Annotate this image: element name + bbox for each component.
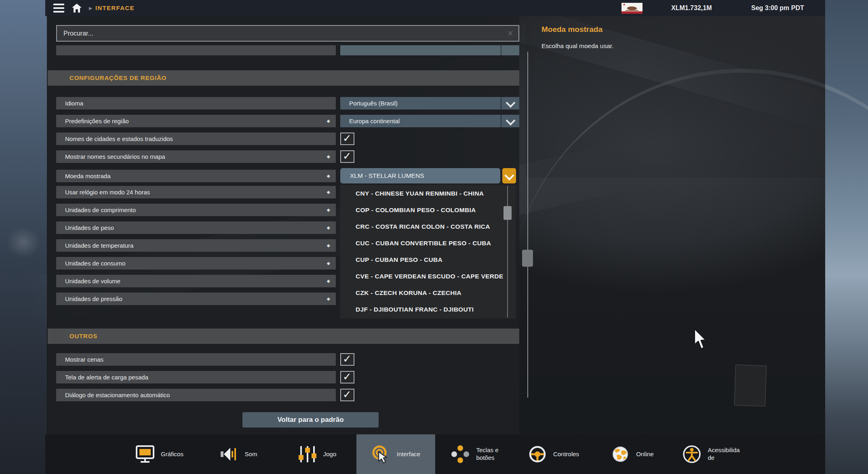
buttons-dpad-icon — [451, 445, 470, 464]
tab-label: Teclas e botões — [476, 447, 498, 462]
monitor-icon — [135, 445, 155, 464]
flag-stripe — [622, 11, 643, 14]
currency-dropdown-chevron-button[interactable] — [502, 168, 516, 183]
dropdown-value: Português (Brasil) — [349, 97, 398, 110]
setting-row-moeda-mostrada: Moeda mostrada ◆ XLM - STELLAR LUMENS — [56, 168, 519, 183]
secondary-names-checkbox[interactable]: ✓ — [340, 150, 354, 163]
tab-teclas-botoes[interactable]: Teclas e botões — [435, 434, 514, 474]
currency-option[interactable]: CUC - CUBAN CONVERTIBLE PESO - CUBA — [340, 235, 516, 251]
setting-label-bar: Usar relógio em modo 24 horas ◆ — [56, 186, 336, 198]
dropdown-scrollbar-thumb[interactable] — [504, 206, 512, 220]
modified-marker-icon: ◆ — [327, 186, 330, 198]
setting-row-mostrar-cenas: Mostrar cenas ✓ — [56, 353, 519, 366]
page-scrollbar-thumb[interactable] — [522, 250, 533, 267]
currency-option[interactable]: CZK - CZECH KORUNA - CZECHIA — [340, 284, 516, 301]
currency-option-label: CNY - CHINESE YUAN RENMINBI - CHINA — [356, 185, 484, 202]
time-display: Seg 3:00 pm PDT — [751, 0, 804, 16]
currency-option-label: CRC - COSTA RICAN COLON - COSTA RICA — [356, 218, 490, 235]
check-icon: ✓ — [343, 353, 352, 365]
currency-option[interactable]: COP - COLOMBIAN PESO - COLOMBIA — [340, 202, 516, 218]
check-icon: ✓ — [343, 150, 352, 162]
tab-label: Online — [636, 451, 653, 458]
speaker-icon — [219, 445, 239, 464]
setting-row-nomes-traduzidos: Nomes de cidades e estados traduzidos ✓ — [56, 133, 519, 145]
reset-default-button[interactable]: Voltar para o padrão — [242, 412, 379, 428]
dropdown-scrollbar-track[interactable] — [507, 186, 508, 318]
tab-acessibilidade[interactable]: Acessibilida de — [672, 434, 750, 474]
heavy-cargo-alert-checkbox[interactable]: ✓ — [340, 371, 354, 383]
setting-label: Usar relógio em modo 24 horas — [65, 186, 150, 198]
currency-option-label: DJF - DJIBOUTIAN FRANC - DJIBOUTI — [356, 301, 474, 318]
dropdown-value: Europa continental — [349, 115, 400, 127]
page-scrollbar-track[interactable] — [527, 52, 528, 398]
setting-label: Unidades de peso — [65, 221, 114, 234]
search-input[interactable]: Procurar... ✕ — [56, 25, 519, 42]
cursor-click-icon — [371, 445, 391, 464]
region-preset-dropdown[interactable]: Europa continental — [340, 115, 519, 127]
currency-option[interactable]: DJF - DJIBOUTIAN FRANC - DJIBOUTI — [340, 301, 516, 318]
setting-label-bar: Idioma — [56, 97, 336, 110]
show-scenes-checkbox[interactable]: ✓ — [340, 353, 354, 366]
setting-label: Mostrar cenas — [65, 353, 103, 366]
flag-bear-icon — [627, 6, 637, 10]
tab-online[interactable]: Online — [593, 434, 672, 474]
clipped-setting-dropdown[interactable] — [340, 45, 519, 55]
chevron-down-icon — [501, 115, 519, 127]
currency-option-label: COP - COLOMBIAN PESO - COLOMBIA — [356, 202, 476, 218]
setting-label: Unidades de comprimento — [65, 204, 136, 216]
currency-option-label: CUP - CUBAN PESO - CUBA — [356, 251, 442, 268]
settings-screen: ▶ INTERFACE ★ XLM1.732,1M Seg 3:00 pm PD… — [0, 0, 868, 474]
tab-label: Interface — [397, 451, 420, 458]
tab-graficos[interactable]: Gráficos — [120, 434, 199, 474]
flag-ground — [626, 10, 638, 11]
setting-label: Tela de alerta de carga pesada — [65, 371, 148, 383]
tab-som[interactable]: Som — [199, 434, 278, 474]
clear-search-icon[interactable]: ✕ — [507, 26, 514, 41]
top-bar: ▶ INTERFACE ★ XLM1.732,1M Seg 3:00 pm PD… — [45, 0, 825, 16]
modified-marker-icon: ◆ — [327, 221, 330, 234]
setting-label-bar: Unidades de volume ◆ — [56, 275, 336, 287]
globe-icon — [611, 445, 630, 464]
check-icon: ✓ — [343, 388, 352, 401]
setting-label-bar: Moeda mostrada ◆ — [56, 170, 336, 182]
bottom-tab-bar: Gráficos Som Jogo — [45, 434, 825, 474]
setting-label-bar: Unidades de pressão ◆ — [56, 293, 336, 305]
modified-marker-icon: ◆ — [327, 150, 330, 163]
tab-interface[interactable]: Interface — [356, 434, 435, 474]
setting-row-predefinicoes: Predefinições de região ◆ Europa contine… — [56, 115, 519, 127]
chevron-down-icon — [504, 171, 514, 180]
currency-option-label: CVE - CAPE VERDEAN ESCUDO - CAPE VERDE — [356, 268, 503, 284]
translated-names-checkbox[interactable]: ✓ — [340, 133, 354, 145]
license-plate — [734, 364, 767, 407]
currency-option[interactable]: CUP - CUBAN PESO - CUBA — [340, 251, 516, 268]
setting-label: Unidades de temperatura — [65, 239, 133, 252]
language-dropdown[interactable]: Português (Brasil) — [340, 97, 519, 110]
setting-label-bar: Nomes de cidades e estados traduzidos — [56, 133, 336, 145]
currency-option-label: CZK - CZECH KORUNA - CZECHIA — [356, 284, 461, 301]
truck-cab-shadow — [525, 16, 825, 178]
modified-marker-icon: ◆ — [327, 257, 330, 270]
currency-dropdown[interactable]: XLM - STELLAR LUMENS — [340, 168, 500, 183]
check-icon: ✓ — [343, 132, 352, 145]
modified-marker-icon: ◆ — [327, 239, 330, 252]
modified-marker-icon: ◆ — [327, 293, 330, 305]
currency-option[interactable]: CRC - COSTA RICAN COLON - COSTA RICA — [340, 218, 516, 235]
modified-marker-icon: ◆ — [327, 275, 330, 287]
currency-option[interactable]: CVE - CAPE VERDEAN ESCUDO - CAPE VERDE — [340, 268, 516, 284]
home-icon[interactable] — [71, 3, 82, 13]
auto-parking-dialog-checkbox[interactable]: ✓ — [340, 389, 354, 401]
mouse-cursor — [693, 328, 709, 350]
menu-icon[interactable] — [53, 4, 64, 13]
breadcrumb-arrow-icon: ▶ — [89, 0, 92, 16]
currency-option-label: CUC - CUBAN CONVERTIBLE PESO - CUBA — [356, 235, 491, 251]
setting-label-bar: Predefinições de região ◆ — [56, 115, 336, 127]
currency-option[interactable]: CNY - CHINESE YUAN RENMINBI - CHINA — [340, 185, 516, 202]
money-display: XLM1.732,1M — [671, 0, 712, 16]
tab-controles[interactable]: Controles — [514, 434, 593, 474]
setting-label: Idioma — [65, 97, 83, 110]
tab-label: Gráficos — [161, 451, 183, 458]
tab-jogo[interactable]: Jogo — [278, 434, 356, 474]
tab-label: Acessibilida de — [708, 447, 739, 462]
tab-label: Som — [245, 451, 257, 458]
modified-marker-icon: ◆ — [327, 170, 330, 182]
